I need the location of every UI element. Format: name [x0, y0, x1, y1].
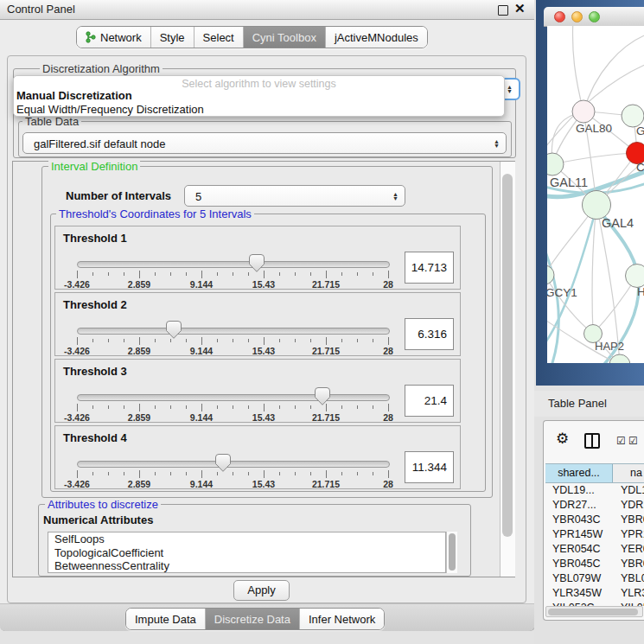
slider-thumb[interactable] — [249, 254, 265, 272]
tick-mark — [279, 339, 280, 342]
tick-label: 15.43 — [243, 412, 284, 423]
tick-label: 28 — [367, 346, 409, 356]
tick-mark — [124, 339, 124, 342]
slider-thumb[interactable] — [166, 321, 182, 339]
close-traffic-light-icon[interactable] — [554, 11, 565, 22]
tick-mark — [388, 470, 389, 478]
horizontal-scrollbar-thumb[interactable] — [548, 609, 638, 615]
table-row[interactable]: YLR345W YLR34 — [545, 586, 644, 601]
tab-discretize-data[interactable]: Discretize Data — [206, 609, 300, 629]
network-view-window: GAL80 GA GAL11 C GAL4 GCY1 H HAP2 — [536, 0, 644, 386]
table-row[interactable]: YPR145W YPR14 — [545, 527, 644, 542]
vertical-scrollbar[interactable] — [500, 162, 515, 577]
restore-window-icon[interactable] — [498, 5, 508, 16]
threshold-value-field[interactable]: 6.316 — [405, 318, 454, 350]
node-label: C — [636, 161, 644, 174]
tab-select[interactable]: Select — [194, 27, 244, 48]
zoom-traffic-light-icon[interactable] — [589, 11, 600, 22]
tick-label: -3.426 — [56, 346, 98, 356]
attributes-scrollbar[interactable] — [446, 532, 457, 573]
tick-mark — [310, 405, 311, 409]
table-row[interactable]: YDL19... YDL19 — [545, 483, 644, 498]
vertical-scrollbar-thumb[interactable] — [502, 174, 513, 537]
node-label: HAP2 — [595, 340, 624, 353]
network-node[interactable] — [572, 100, 595, 123]
tick-label: 15.43 — [243, 479, 284, 489]
slider-thumb[interactable] — [215, 454, 231, 472]
tab-style[interactable]: Style — [151, 27, 194, 48]
threshold-slider[interactable] — [77, 328, 390, 335]
tick-mark — [373, 405, 373, 409]
table-row[interactable]: YDR27... YDR27 — [545, 498, 644, 513]
attribute-list-item[interactable]: TopologicalCoefficient — [48, 546, 445, 560]
apply-button[interactable]: Apply — [233, 580, 290, 601]
checkbox-icon[interactable]: ☑ — [616, 435, 626, 447]
tick-mark — [170, 272, 171, 276]
tab-jactivemnodules[interactable]: jActiveMNodules — [326, 27, 427, 48]
table-row[interactable]: YBL079W YBL07 — [545, 571, 644, 586]
attribute-list-item[interactable]: BetweennessCentrality — [48, 559, 445, 573]
tick-mark — [357, 405, 358, 409]
split-view-icon[interactable] — [584, 433, 600, 449]
close-icon[interactable]: ✕ — [514, 1, 526, 16]
column-header-name[interactable]: na — [613, 464, 644, 482]
tick-mark — [170, 472, 171, 475]
tick-mark — [217, 472, 218, 475]
threshold-value-field[interactable]: 11.344 — [405, 451, 454, 483]
checkbox-icon[interactable]: ☑ — [628, 435, 638, 447]
cell-name: YDR27 — [621, 499, 644, 511]
tab-network[interactable]: Network — [77, 27, 151, 48]
discretization-algorithm-title: Discretization Algorithm — [40, 62, 163, 75]
gear-icon[interactable]: ⚙ — [556, 430, 569, 448]
node-label: GCY1 — [547, 286, 577, 299]
tick-mark — [139, 404, 140, 411]
numerical-attributes-list[interactable]: SelfLoopsTopologicalCoefficientBetweenne… — [48, 532, 446, 573]
table-row[interactable]: YBR043C YBR04 — [545, 513, 644, 527]
tab-impute-data[interactable]: Impute Data — [126, 609, 206, 629]
tab-infer-network[interactable]: Infer Network — [300, 609, 384, 629]
attributes-scrollbar-thumb[interactable] — [449, 533, 456, 571]
threshold-box: Threshold 4 -3.4262.8599.14415.4321.7152… — [54, 425, 461, 489]
table-data-combobox[interactable]: galFiltered.sif default node ▲▼ — [22, 132, 507, 154]
minimize-traffic-light-icon[interactable] — [571, 11, 583, 22]
tick-label: 9.144 — [181, 412, 222, 423]
slider-tick-labels: -3.4262.8599.14415.4321.71528 — [77, 279, 388, 290]
tick-mark — [201, 470, 202, 478]
horizontal-scrollbar[interactable] — [545, 606, 643, 617]
tick-mark — [264, 470, 265, 478]
tick-mark — [217, 339, 218, 342]
threshold-value-field[interactable]: 21.4 — [405, 385, 454, 417]
threshold-slider[interactable] — [77, 261, 390, 268]
tick-mark — [310, 339, 311, 342]
tick-label: -3.426 — [56, 279, 98, 290]
threshold-slider[interactable] — [77, 394, 390, 401]
threshold-value-field[interactable]: 14.713 — [405, 252, 454, 284]
tick-mark — [248, 405, 249, 409]
network-node[interactable] — [583, 191, 611, 220]
slider-tick-labels: -3.4262.8599.14415.4321.71528 — [77, 479, 388, 489]
tick-mark — [77, 470, 78, 478]
tick-mark — [373, 472, 373, 475]
slider-ticks — [77, 271, 388, 279]
column-header-shared-name[interactable]: shared... — [545, 464, 613, 482]
table-data-title: Table Data — [22, 115, 81, 128]
threshold-slider[interactable] — [77, 461, 390, 468]
tab-style-label: Style — [160, 31, 185, 44]
combo-spinner-icon: ▲▼ — [494, 139, 500, 148]
tick-label: 28 — [367, 412, 409, 423]
network-node[interactable] — [626, 265, 644, 288]
slider-thumb[interactable] — [315, 387, 330, 405]
network-canvas[interactable]: GAL80 GA GAL11 C GAL4 GCY1 H HAP2 — [547, 26, 644, 363]
popup-item-equal-width-frequency[interactable]: Equal Width/Frequency Discretization — [16, 103, 204, 116]
tab-cyni-toolbox[interactable]: Cyni Toolbox — [244, 27, 326, 48]
popup-hint: Select algorithm to view settings — [14, 78, 504, 90]
table-row[interactable]: YER054C YER05 — [545, 542, 644, 557]
table-row[interactable]: YBR045C YBR04 — [545, 557, 644, 571]
combo-spinner-icon: ▲▼ — [507, 85, 513, 93]
attribute-list-item[interactable]: SelfLoops — [48, 532, 445, 546]
slider-ticks — [77, 404, 388, 412]
table-header-row: shared... na — [545, 463, 644, 483]
number-of-intervals-combobox[interactable]: 5 ▲▼ — [184, 185, 405, 207]
popup-item-manual-discretization[interactable]: Manual Discretization — [16, 89, 132, 102]
tick-mark — [341, 405, 342, 409]
